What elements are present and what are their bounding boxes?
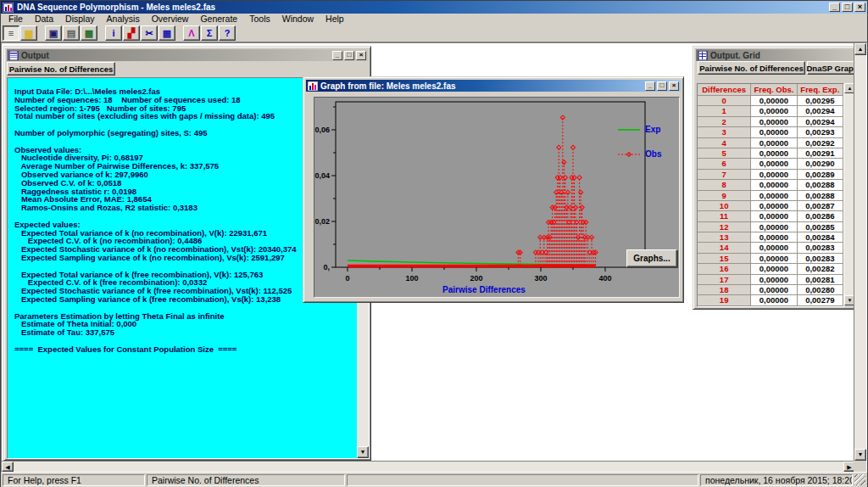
close-icon[interactable]: ×: [356, 51, 366, 60]
grid-cell-frequency: 0,00279: [798, 295, 843, 305]
grid-column-header: Freq. Obs.: [751, 84, 797, 96]
status-mode-text: Pairwise No. of Differences: [147, 474, 345, 486]
minimize-icon[interactable]: _: [645, 81, 655, 91]
grid-cell-frequency: 0,00000: [751, 159, 797, 169]
svg-text:0,04: 0,04: [314, 171, 330, 180]
menu-window[interactable]: Window: [276, 14, 320, 25]
output-tab-pairwise-differences[interactable]: Pairwise No. of Differences: [7, 62, 115, 76]
grid-cell-frequency: 0,00281: [798, 275, 843, 285]
svg-text:300: 300: [534, 274, 547, 283]
grid-cell-differences: 10: [698, 201, 751, 211]
close-icon[interactable]: ×: [854, 3, 865, 12]
menu-help[interactable]: Help: [320, 14, 350, 25]
scrollbar-corner: [854, 461, 866, 472]
menu-tools[interactable]: Tools: [243, 14, 276, 25]
help-icon[interactable]: ?: [219, 25, 236, 41]
grid-cell-differences: 15: [698, 254, 751, 264]
grid-cell-differences: 17: [698, 275, 751, 285]
sigma-icon[interactable]: Σ: [201, 25, 218, 41]
resize-grip[interactable]: [854, 474, 865, 485]
table-row: 70,000000,00289: [698, 170, 843, 180]
scroll-up-icon[interactable]: ▲: [854, 43, 866, 55]
mdi-client-area: Output _ □ × Pairwise No. of Differences…: [1, 42, 867, 473]
svg-text:200: 200: [470, 274, 482, 283]
grid-cell-frequency: 0,00000: [751, 180, 797, 190]
table-row: 100,000000,00287: [698, 201, 843, 211]
table-row: 50,000000,00291: [698, 148, 843, 159]
grid-cell-differences: 2: [698, 117, 751, 127]
close-icon[interactable]: ×: [669, 81, 679, 91]
grid-cell-frequency: 0,00282: [798, 264, 843, 274]
grid-cell-frequency: 0,00000: [751, 232, 797, 243]
save-icon[interactable]: ▣: [45, 25, 62, 41]
graph-window-controls: _ □ ×: [645, 81, 679, 91]
graph-window: Graph from file: Meles meles2.fas _ □ × …: [303, 76, 684, 303]
svg-text:Obs: Obs: [645, 149, 662, 159]
maximize-icon[interactable]: □: [657, 81, 667, 91]
scroll-down-icon[interactable]: ▼: [854, 449, 866, 461]
grid-cell-frequency: 0,00000: [751, 243, 797, 253]
minimize-icon[interactable]: _: [332, 51, 342, 60]
menu-display[interactable]: Display: [59, 14, 100, 25]
print-icon[interactable]: ▤: [63, 25, 80, 41]
mdi-vertical-scrollbar[interactable]: ▲ ▼: [854, 43, 866, 461]
output-window-titlebar[interactable]: Output _ □ ×: [7, 49, 368, 61]
table-row: 00,000000,00295: [698, 96, 843, 106]
open-data-icon[interactable]: ≡: [3, 25, 19, 41]
scroll-left-icon[interactable]: ◀: [2, 462, 14, 472]
graphs-button[interactable]: Graphs...: [626, 249, 677, 267]
grid-cell-differences: 18: [698, 285, 751, 295]
menu-analysis[interactable]: Analysis: [101, 14, 146, 25]
mdi-horizontal-scrollbar[interactable]: ◀ ▶: [2, 461, 855, 472]
grid-cell-frequency: 0,00294: [798, 106, 843, 116]
toolbar-group: i▞✂▦: [105, 25, 176, 41]
peaks-icon[interactable]: Λ: [183, 25, 200, 41]
grid-cell-frequency: 0,00000: [751, 106, 797, 116]
minimize-icon[interactable]: _: [829, 3, 840, 12]
maximize-icon[interactable]: □: [344, 51, 354, 60]
svg-text:0,06: 0,06: [314, 126, 330, 134]
grid-cell-frequency: 0,00287: [798, 201, 843, 211]
overview-icon[interactable]: ▞: [123, 25, 140, 41]
grid-icon[interactable]: ▦: [159, 25, 175, 41]
table-row: 190,000000,00279: [698, 295, 843, 305]
grid-cell-frequency: 0,00288: [798, 191, 843, 201]
maximize-icon[interactable]: □: [842, 3, 853, 12]
grid-cell-frequency: 0,00289: [798, 170, 843, 180]
grid-window-title: Output. Grid: [710, 51, 760, 60]
main-window-controls: _ □ ×: [829, 3, 865, 12]
main-titlebar[interactable]: DNA Sequence Polymorphism - Meles meles2…: [1, 1, 867, 14]
grid-cell-frequency: 0,00283: [798, 254, 843, 264]
graph-window-titlebar[interactable]: Graph from file: Meles meles2.fas _ □ ×: [306, 80, 681, 92]
export-icon[interactable]: ▦: [81, 25, 97, 41]
scroll-down-icon[interactable]: ▼: [357, 446, 369, 458]
grid-window-titlebar[interactable]: Output. Grid: [696, 49, 855, 61]
grid-tab-pairwise-differences[interactable]: Pairwise No. of Differences: [698, 61, 805, 75]
grid-cell-frequency: 0,00000: [751, 254, 797, 264]
grid-cell-frequency: 0,00000: [751, 275, 797, 285]
open-folder-icon[interactable]: ▆: [20, 25, 37, 41]
grid-tab-dnasp-graph[interactable]: DnaSP Graph: [807, 61, 858, 75]
table-row: 40,000000,00292: [698, 138, 843, 148]
table-header-row: DifferencesFreq. Obs.Freq. Exp.: [698, 84, 843, 96]
menu-generate[interactable]: Generate: [194, 14, 243, 25]
output-window-controls: _ □ ×: [332, 51, 366, 60]
svg-text:0: 0: [345, 274, 349, 283]
grid-cell-differences: 4: [698, 138, 751, 148]
grid-cell-frequency: 0,00290: [798, 159, 843, 169]
cut-icon[interactable]: ✂: [141, 25, 158, 41]
grid-cell-frequency: 0,00000: [751, 127, 797, 137]
menu-data[interactable]: Data: [29, 14, 59, 25]
menu-file[interactable]: File: [3, 14, 29, 25]
grid-cell-differences: 9: [698, 191, 751, 201]
toolbar-group: ΛΣ?: [183, 25, 236, 41]
grid-cell-differences: 12: [698, 222, 751, 232]
menu-overview[interactable]: Overview: [146, 14, 195, 25]
svg-text:Exp: Exp: [645, 125, 660, 134]
grid-cell-differences: 16: [698, 264, 751, 274]
table-row: 30,000000,00293: [698, 127, 843, 137]
frequency-table: DifferencesFreq. Obs.Freq. Exp.00,000000…: [697, 83, 844, 307]
grid-cell-frequency: 0,00000: [751, 138, 797, 148]
grid-cell-differences: 19: [698, 295, 751, 305]
info-icon[interactable]: i: [105, 25, 122, 41]
